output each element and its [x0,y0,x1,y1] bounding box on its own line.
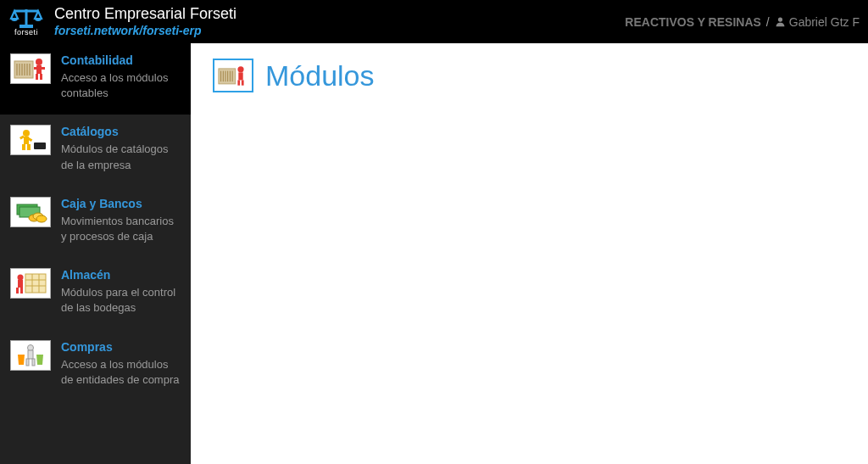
topbar-right: REACTIVOS Y RESINAS / Gabriel Gtz F [625,15,860,29]
sidebar-item-desc: Módulos de catálogos de la empresa [61,142,181,172]
company-name[interactable]: REACTIVOS Y RESINAS [625,15,761,29]
sidebar-item-desc: Movimientos bancarios y procesos de caja [61,214,181,244]
brand-mark-text: forseti [14,28,38,36]
sidebar-item-title: Compras [61,340,181,354]
svg-rect-34 [16,288,19,293]
sidebar-item-compras[interactable]: Compras Acceso a los módulos de entidade… [0,330,191,401]
user-name: Gabriel Gtz F [789,15,860,29]
page-header: Módulos [213,59,846,109]
catalogo-card-icon [225,166,353,214]
sidebar-item-title: Contabilidad [61,53,181,67]
svg-rect-27 [25,274,46,293]
svg-rect-49 [237,80,240,85]
svg-point-36 [28,344,34,350]
contabilidad-icon [10,53,51,84]
svg-point-47 [237,66,243,72]
separator: / [766,15,770,29]
brand-logo: forseti [5,3,47,41]
sidebar-item-title: Catálogos [61,125,181,138]
svg-point-26 [36,215,47,222]
svg-rect-19 [22,144,25,150]
svg-rect-39 [32,359,35,366]
brand-subtitle: forseti.network/forseti-erp [54,24,236,38]
brand-title: Centro Empresarial Forseti [54,5,236,24]
module-card-catalogo[interactable]: Catálogo 0 [213,157,365,274]
svg-rect-20 [27,144,31,150]
compras-icon [10,340,51,371]
svg-point-32 [18,275,24,281]
svg-rect-38 [26,359,29,366]
svg-rect-16 [24,137,29,144]
sidebar-item-contabilidad[interactable]: Contabilidad Acceso a los módulos contab… [0,43,191,115]
svg-point-9 [36,59,42,65]
folder-open-icon [213,131,231,148]
svg-rect-17 [19,136,25,140]
svg-rect-11 [34,67,37,70]
sidebar-item-desc: Acceso a los módulos de entidades de com… [61,357,181,388]
sidebar: Contabilidad Acceso a los módulos contab… [0,43,191,464]
svg-point-15 [23,130,30,137]
sidebar-item-catalogos[interactable]: Catálogos Módulos de catálogos de la emp… [0,115,191,186]
svg-rect-14 [40,74,42,80]
page-header-icon [213,59,253,92]
sidebar-item-almacen[interactable]: Almacén Módulos para el control de las b… [0,258,191,329]
user-icon [775,16,786,27]
svg-rect-37 [28,350,33,359]
page-title: Módulos [265,59,375,92]
sidebar-item-caja-bancos[interactable]: Caja y Bancos Movimientos bancarios y pr… [0,187,191,258]
section-header: Módulos [213,127,846,150]
svg-rect-50 [242,80,244,85]
svg-rect-33 [18,280,23,288]
brand-titles: Centro Empresarial Forseti forseti.netwo… [54,5,236,37]
sidebar-item-title: Caja y Bancos [61,197,181,210]
user-menu[interactable]: Gabriel Gtz F [775,15,860,29]
topbar: forseti Centro Empresarial Forseti forse… [0,0,868,43]
main-content: Módulos Módulos Catálogo 0 [191,43,868,464]
section-title: Módulos [240,127,314,150]
almacen-icon [10,268,51,299]
module-card-badge: 0 [280,241,298,260]
scales-icon [9,8,43,30]
module-card-title: Catálogo [225,221,353,234]
svg-rect-13 [36,74,38,80]
sidebar-item-desc: Módulos para el control de las bodegas [61,285,181,316]
brand-block[interactable]: forseti Centro Empresarial Forseti forse… [5,3,236,41]
catalogos-icon [10,125,51,155]
svg-rect-21 [34,143,46,149]
svg-rect-12 [42,67,45,70]
caja-icon [10,197,51,227]
sidebar-item-title: Almacén [61,268,181,282]
svg-rect-35 [20,288,23,293]
sidebar-item-desc: Acceso a los módulos contables [61,70,181,101]
svg-point-1 [778,17,782,21]
svg-rect-48 [238,72,242,80]
